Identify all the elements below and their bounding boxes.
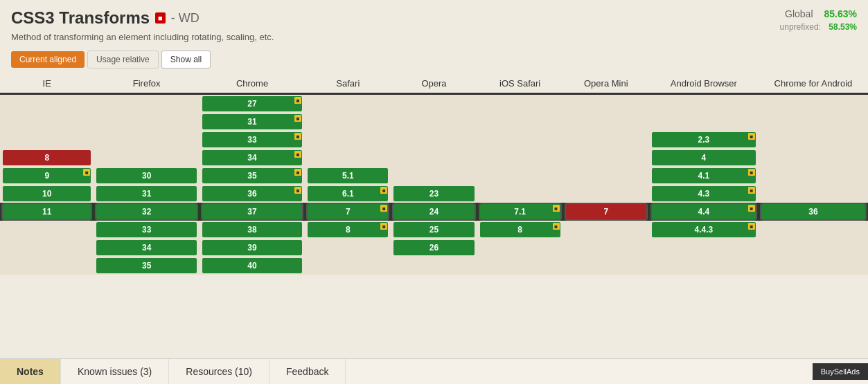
android-ver-4-3[interactable]: 4.3 ■ xyxy=(652,186,756,201)
chrome-ver-31[interactable]: 31 ■ xyxy=(202,114,302,129)
opmin-cell-5 xyxy=(563,167,649,185)
global-label: Global xyxy=(785,8,813,19)
th-opera-mini: Opera Mini xyxy=(563,74,649,94)
ios-ver-7-1[interactable]: 7.1 ■ xyxy=(480,204,560,219)
chrome-ver-27[interactable]: 27 ■ xyxy=(202,96,302,111)
opmin-ver-7[interactable]: 7 xyxy=(566,204,646,219)
safari-ver-5-1[interactable]: 5.1 xyxy=(308,168,388,183)
ios-ver-8[interactable]: 8 ■ xyxy=(480,222,560,237)
android-cell-2 xyxy=(649,113,759,131)
ie-cell-3 xyxy=(0,131,94,149)
safari-ver-7[interactable]: 7 ■ xyxy=(308,204,388,219)
flag-icon: ■ xyxy=(83,169,90,176)
opmin-cell-8 xyxy=(563,221,649,239)
chrome-ver-33[interactable]: 33 ■ xyxy=(202,132,302,147)
opera-cell-10 xyxy=(391,257,477,275)
flag-icon: ■ xyxy=(294,97,301,104)
ie-cell-4: 8 xyxy=(0,149,94,167)
chrome-cell-6: 36 ■ xyxy=(200,185,305,203)
chrome-ver-35[interactable]: 35 ■ xyxy=(202,168,302,183)
safari-ver-8[interactable]: 8 ■ xyxy=(308,222,388,237)
ff-cell-3 xyxy=(94,131,199,149)
android-ver-2-3[interactable]: 2.3 ■ xyxy=(652,132,756,147)
chrand-cell-9 xyxy=(759,239,868,257)
safari-ver-6-1[interactable]: 6.1 ■ xyxy=(308,186,388,201)
th-safari: Safari xyxy=(305,74,391,94)
chrome-ver-38[interactable]: 38 xyxy=(202,222,302,237)
table-row: 33 ■ 2.3 ■ xyxy=(0,131,868,149)
ff-cell-4 xyxy=(94,149,199,167)
unprefixed-value: 58.53% xyxy=(829,22,857,32)
ff-ver-30[interactable]: 30 xyxy=(96,168,196,183)
ie-ver-8[interactable]: 8 xyxy=(3,150,91,165)
opera-cell-3 xyxy=(391,131,477,149)
android-cell-1 xyxy=(649,94,759,113)
android-cell-7: 4.4 ■ xyxy=(649,203,759,221)
th-chrome-android: Chrome for Android xyxy=(759,74,868,94)
th-android: Android Browser xyxy=(649,74,759,94)
ios-cell-8: 8 ■ xyxy=(477,221,563,239)
opera-ver-25[interactable]: 25 xyxy=(393,222,474,237)
flag-icon: ■ xyxy=(553,205,560,212)
current-aligned-button[interactable]: Current aligned xyxy=(11,51,85,68)
opmin-cell-2 xyxy=(563,113,649,131)
chrome-ver-37[interactable]: 37 xyxy=(202,204,302,219)
ff-ver-32[interactable]: 32 xyxy=(96,204,196,219)
chrome-cell-10: 40 xyxy=(200,257,305,275)
ios-cell-1 xyxy=(477,94,563,113)
flag-icon: ■ xyxy=(294,169,301,176)
ie-ver-9[interactable]: 9 ■ xyxy=(3,168,91,183)
android-ver-4[interactable]: 4 xyxy=(652,150,756,165)
usage-relative-button[interactable]: Usage relative xyxy=(87,51,159,68)
safari-cell-8: 8 ■ xyxy=(305,221,391,239)
chrand-cell-4 xyxy=(759,149,868,167)
ff-ver-34[interactable]: 34 xyxy=(96,240,196,255)
ie-ver-11[interactable]: 11 xyxy=(3,204,91,219)
android-cell-3: 2.3 ■ xyxy=(649,131,759,149)
opera-ver-26[interactable]: 26 xyxy=(393,240,474,255)
chrome-cell-1: 27 ■ xyxy=(200,94,305,113)
ie-cell-1 xyxy=(0,94,94,113)
ff-ver-35[interactable]: 35 xyxy=(96,258,196,273)
opera-cell-4 xyxy=(391,149,477,167)
ie-cell-9 xyxy=(0,239,94,257)
global-value: 85.63% xyxy=(824,8,857,19)
chrome-ver-36[interactable]: 36 ■ xyxy=(202,186,302,201)
flag-icon: ■ xyxy=(294,115,301,122)
opmin-cell-6 xyxy=(563,185,649,203)
chrand-cell-6 xyxy=(759,185,868,203)
opmin-cell-10 xyxy=(563,257,649,275)
chrome-ver-40[interactable]: 40 xyxy=(202,258,302,273)
table-row: 10 31 36 ■ 6.1 ■ xyxy=(0,185,868,203)
safari-cell-10 xyxy=(305,257,391,275)
ff-ver-31[interactable]: 31 xyxy=(96,186,196,201)
chrome-ver-39[interactable]: 39 xyxy=(202,240,302,255)
safari-cell-7: 7 ■ xyxy=(305,203,391,221)
chrome-ver-34[interactable]: 34 ■ xyxy=(202,150,302,165)
chrand-cell-8 xyxy=(759,221,868,239)
chrand-ver-36[interactable]: 36 xyxy=(761,204,865,219)
android-ver-4-4[interactable]: 4.4 ■ xyxy=(652,204,756,219)
ie-cell-6: 10 xyxy=(0,185,94,203)
chrome-cell-5: 35 ■ xyxy=(200,167,305,185)
android-ver-4-1[interactable]: 4.1 ■ xyxy=(652,168,756,183)
opera-cell-9: 26 xyxy=(391,239,477,257)
header-left: CSS3 Transforms ■ - WD Method of transfo… xyxy=(11,8,274,42)
table-row: 27 ■ xyxy=(0,94,868,113)
show-all-button[interactable]: Show all xyxy=(161,51,211,68)
opera-ver-23[interactable]: 23 xyxy=(393,186,474,201)
opera-cell-8: 25 xyxy=(391,221,477,239)
android-ver-4-4-3[interactable]: 4.4.3 ■ xyxy=(652,222,756,237)
safari-cell-3 xyxy=(305,131,391,149)
flag-icon: ■ xyxy=(553,223,560,230)
table-row-highlighted: 11 32 37 7 ■ 24 xyxy=(0,203,868,221)
unprefixed-label: unprefixed: xyxy=(780,22,821,32)
chrome-cell-4: 34 ■ xyxy=(200,149,305,167)
flag-icon: ■ xyxy=(748,133,755,140)
ios-cell-2 xyxy=(477,113,563,131)
toolbar: Current aligned Usage relative Show all xyxy=(0,46,868,74)
table-row: 35 40 xyxy=(0,257,868,275)
opera-ver-24[interactable]: 24 xyxy=(393,204,474,219)
ie-ver-10[interactable]: 10 xyxy=(3,186,91,201)
ff-ver-33[interactable]: 33 xyxy=(96,222,196,237)
